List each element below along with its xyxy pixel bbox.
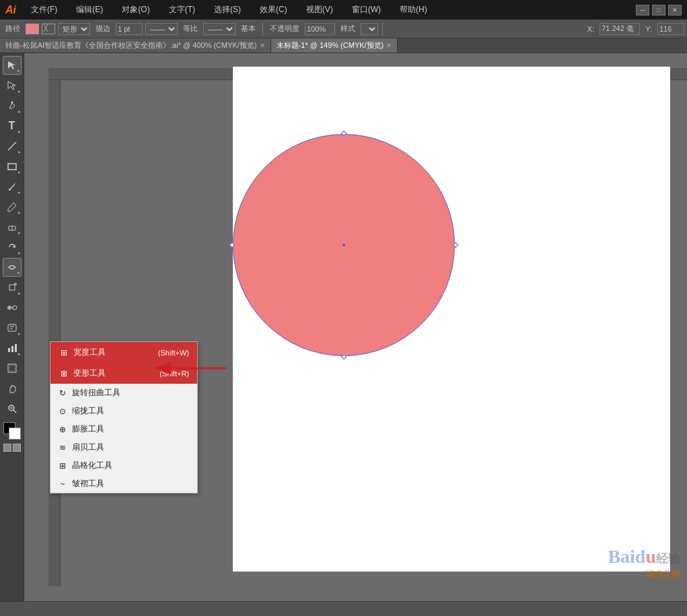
- color-selector[interactable]: [3, 422, 21, 440]
- ratio-dropdown[interactable]: ——: [203, 23, 236, 35]
- sep2: [382, 22, 383, 36]
- direct-selection-tool[interactable]: ▸: [3, 76, 22, 95]
- tool-arrow5: ▸: [18, 149, 21, 155]
- menu-file[interactable]: 文件(F): [27, 3, 61, 17]
- tool-arrow11: ▸: [17, 270, 20, 275]
- tab-1-label: 转曲-松鼠AI智适应教育《全国合作校区安全指南》.ai* @ 400% (CMY…: [5, 40, 257, 50]
- paintbrush-tool[interactable]: ▸: [3, 177, 22, 196]
- window-controls: ─ □ ✕: [636, 5, 682, 15]
- menu-view[interactable]: 视图(V): [302, 3, 337, 17]
- eraser-tool[interactable]: ▸: [3, 217, 22, 236]
- maximize-button[interactable]: □: [652, 5, 665, 15]
- opacity-label: 不透明度: [267, 24, 302, 34]
- tool-arrow13: ▸: [18, 331, 21, 337]
- ruler-vertical: [48, 80, 61, 586]
- blend-tool[interactable]: [3, 298, 22, 317]
- scale-tool[interactable]: ▸: [3, 278, 22, 297]
- svg-point-3: [9, 189, 11, 191]
- tab-1-close[interactable]: ✕: [260, 42, 265, 49]
- svg-point-0: [11, 102, 13, 104]
- pucker-tool-icon: ⊙: [57, 406, 68, 417]
- shape-dropdown[interactable]: 矩形: [58, 23, 90, 35]
- tab-2[interactable]: 未标题-1* @ 149% (CMYK/预览) ✕: [271, 38, 398, 53]
- fill-swatch[interactable]: [26, 24, 39, 34]
- minimize-button[interactable]: ─: [636, 5, 649, 15]
- baidu-text1: Baid: [608, 546, 645, 567]
- tool-arrow10: ▸: [18, 250, 21, 256]
- menu-help[interactable]: 帮助(H): [396, 3, 431, 17]
- shape-tool[interactable]: ▸: [3, 157, 22, 176]
- center-dot: [342, 244, 345, 246]
- tab-1[interactable]: 转曲-松鼠AI智适应教育《全国合作校区安全指南》.ai* @ 400% (CMY…: [0, 38, 271, 53]
- graph-tool[interactable]: ▸: [3, 339, 22, 357]
- tool-arrow6: ▸: [18, 170, 21, 175]
- warp-tool[interactable]: ▸: [3, 258, 22, 277]
- selection-tool[interactable]: ▸: [3, 56, 22, 75]
- tool-arrow: ▸: [17, 68, 20, 73]
- hand-tool[interactable]: [3, 379, 22, 398]
- artboard-tool[interactable]: [3, 359, 22, 378]
- type-tool[interactable]: T ▸: [3, 116, 22, 135]
- style-label: 样式: [338, 24, 358, 34]
- sep1: [262, 22, 263, 36]
- main-content: ▸ ▸ ▸ T ▸ ▸ ▸ ▸: [0, 53, 687, 601]
- ctx-item-scallop-tool[interactable]: ≋ 扇贝工具: [50, 438, 197, 456]
- ctx-item-pucker-tool[interactable]: ⊙ 缩拢工具: [50, 402, 197, 420]
- watermark: Baidu经验 湖南龙网: [608, 546, 680, 581]
- svg-rect-15: [11, 346, 13, 352]
- svg-rect-18: [9, 366, 15, 371]
- basic-label: 基本: [238, 24, 258, 34]
- y-label: Y:: [643, 25, 655, 33]
- screen-mode-btn2[interactable]: [13, 444, 21, 452]
- opacity-input[interactable]: [305, 23, 335, 35]
- x-coord-input[interactable]: [600, 23, 640, 35]
- svg-line-20: [13, 410, 16, 413]
- toolbar: 路径 矩形 描边 —— 等比 —— 基本 不透明度 样式 X: Y:: [0, 20, 687, 38]
- menu-select[interactable]: 选择(S): [210, 3, 245, 17]
- ai-logo: Ai: [5, 4, 16, 16]
- y-coord-input[interactable]: [657, 23, 684, 35]
- scallop-tool-icon: ≋: [57, 442, 68, 453]
- stroke-style-dropdown[interactable]: ——: [145, 23, 178, 35]
- menu-object[interactable]: 对象(O): [118, 3, 153, 17]
- ctx-item-wrinkle-tool[interactable]: ~ 皱褶工具: [50, 475, 197, 493]
- red-arrow: [152, 355, 233, 384]
- stroke-swatch[interactable]: [42, 24, 55, 34]
- rotate-tool[interactable]: ▸: [3, 238, 22, 256]
- ctx-item-scallop-label: 扇贝工具: [72, 442, 104, 453]
- svg-rect-14: [8, 348, 10, 352]
- menu-edit[interactable]: 编辑(E): [72, 3, 107, 17]
- ctx-item-twirl-tool[interactable]: ↻ 旋转扭曲工具: [50, 384, 197, 402]
- menu-text[interactable]: 文字(T): [165, 3, 199, 17]
- ratio-label: 等比: [180, 24, 201, 34]
- zoom-tool[interactable]: [3, 399, 22, 418]
- line-tool[interactable]: ▸: [3, 137, 22, 156]
- stroke-width-input[interactable]: [116, 23, 143, 35]
- bloat-tool-icon: ⊕: [57, 424, 68, 435]
- ctx-item-bloat-tool[interactable]: ⊕ 膨胀工具: [50, 420, 197, 438]
- x-label: X:: [585, 25, 597, 33]
- tool-arrow7: ▸: [18, 190, 21, 195]
- close-button[interactable]: ✕: [668, 5, 682, 15]
- screen-mode-btn[interactable]: [3, 444, 11, 452]
- style-dropdown[interactable]: [361, 23, 378, 35]
- tool-arrow8: ▸: [18, 210, 21, 215]
- tool-arrow14: ▸: [18, 351, 21, 357]
- twirl-tool-icon: ↻: [57, 388, 68, 399]
- menu-effect[interactable]: 效果(C): [256, 3, 291, 17]
- ctx-item-crystallize-label: 晶格化工具: [72, 460, 112, 471]
- warp-tool-icon: ⊠: [59, 368, 69, 379]
- canvas-circle[interactable]: [233, 134, 455, 356]
- symbol-tool[interactable]: ▸: [3, 318, 22, 337]
- pencil-tool[interactable]: ▸: [3, 197, 22, 216]
- hunan-longwang: 湖南龙网: [645, 569, 680, 581]
- menu-window[interactable]: 窗口(W): [348, 3, 385, 17]
- svg-rect-11: [8, 324, 16, 331]
- canvas-area[interactable]: ⊞ 宽度工具 (Shift+W) ⊠ 变形工具 (Shift+R) ↻ 旋转扭曲…: [24, 53, 687, 601]
- tab-2-close[interactable]: ✕: [386, 42, 392, 49]
- ctx-item-bloat-label: 膨胀工具: [72, 423, 104, 435]
- ctx-item-crystallize-tool[interactable]: ⊞ 晶格化工具: [50, 456, 197, 475]
- pen-tool[interactable]: ▸: [3, 96, 22, 115]
- svg-point-9: [13, 306, 17, 310]
- svg-rect-7: [9, 285, 15, 290]
